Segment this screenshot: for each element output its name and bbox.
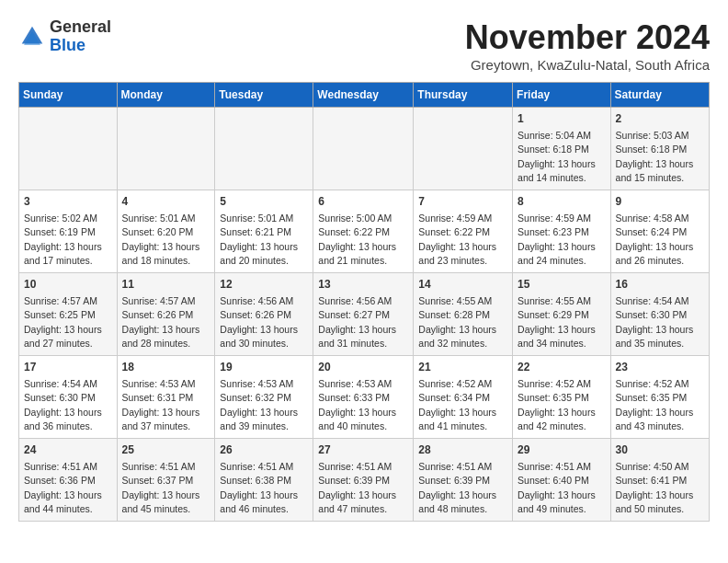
day-number: 6 <box>318 194 408 210</box>
calendar-cell: 26Sunrise: 4:51 AM Sunset: 6:38 PM Dayli… <box>215 439 313 522</box>
day-number: 4 <box>122 194 210 210</box>
day-number: 25 <box>122 442 210 458</box>
day-number: 15 <box>518 277 606 293</box>
header-day-tuesday: Tuesday <box>215 83 313 108</box>
calendar-cell: 1Sunrise: 5:04 AM Sunset: 6:18 PM Daylig… <box>513 108 611 190</box>
day-number: 3 <box>24 194 112 210</box>
calendar-table: SundayMondayTuesdayWednesdayThursdayFrid… <box>18 82 710 522</box>
day-info: Sunrise: 4:52 AM Sunset: 6:35 PM Dayligh… <box>616 378 694 431</box>
day-info: Sunrise: 4:57 AM Sunset: 6:26 PM Dayligh… <box>122 295 200 349</box>
day-number: 8 <box>518 194 606 210</box>
day-info: Sunrise: 4:53 AM Sunset: 6:32 PM Dayligh… <box>220 378 298 431</box>
calendar-cell: 27Sunrise: 4:51 AM Sunset: 6:39 PM Dayli… <box>313 439 414 522</box>
calendar-header-row: SundayMondayTuesdayWednesdayThursdayFrid… <box>19 83 710 108</box>
day-info: Sunrise: 4:55 AM Sunset: 6:29 PM Dayligh… <box>518 295 596 349</box>
calendar-cell: 3Sunrise: 5:02 AM Sunset: 6:19 PM Daylig… <box>19 190 118 273</box>
day-info: Sunrise: 5:03 AM Sunset: 6:18 PM Dayligh… <box>616 130 694 183</box>
calendar-week-row: 24Sunrise: 4:51 AM Sunset: 6:36 PM Dayli… <box>19 439 710 522</box>
calendar-cell: 15Sunrise: 4:55 AM Sunset: 6:29 PM Dayli… <box>513 273 611 356</box>
day-info: Sunrise: 4:51 AM Sunset: 6:37 PM Dayligh… <box>122 461 200 514</box>
day-number: 1 <box>518 111 606 127</box>
day-info: Sunrise: 4:52 AM Sunset: 6:35 PM Dayligh… <box>518 378 596 431</box>
day-info: Sunrise: 5:00 AM Sunset: 6:22 PM Dayligh… <box>318 213 396 266</box>
day-number: 20 <box>318 360 408 375</box>
day-number: 5 <box>220 194 308 210</box>
day-number: 23 <box>616 360 704 375</box>
calendar-cell: 18Sunrise: 4:53 AM Sunset: 6:31 PM Dayli… <box>117 356 215 439</box>
day-info: Sunrise: 4:59 AM Sunset: 6:22 PM Dayligh… <box>418 213 496 266</box>
day-number: 9 <box>616 194 704 210</box>
calendar-cell: 20Sunrise: 4:53 AM Sunset: 6:33 PM Dayli… <box>313 356 414 439</box>
day-info: Sunrise: 4:59 AM Sunset: 6:23 PM Dayligh… <box>518 213 596 266</box>
day-info: Sunrise: 4:57 AM Sunset: 6:25 PM Dayligh… <box>24 295 102 349</box>
day-number: 17 <box>24 360 112 375</box>
day-info: Sunrise: 5:04 AM Sunset: 6:18 PM Dayligh… <box>518 130 596 183</box>
calendar-cell: 24Sunrise: 4:51 AM Sunset: 6:36 PM Dayli… <box>19 439 118 522</box>
day-info: Sunrise: 4:56 AM Sunset: 6:27 PM Dayligh… <box>318 295 396 349</box>
calendar-cell <box>414 108 513 190</box>
day-number: 24 <box>24 442 112 458</box>
calendar-cell: 6Sunrise: 5:00 AM Sunset: 6:22 PM Daylig… <box>313 190 414 273</box>
header-day-saturday: Saturday <box>610 83 709 108</box>
calendar-cell: 16Sunrise: 4:54 AM Sunset: 6:30 PM Dayli… <box>610 273 709 356</box>
logo: General Blue <box>18 18 111 55</box>
calendar-cell: 11Sunrise: 4:57 AM Sunset: 6:26 PM Dayli… <box>117 273 215 356</box>
day-number: 22 <box>518 360 606 375</box>
calendar-cell: 22Sunrise: 4:52 AM Sunset: 6:35 PM Dayli… <box>513 356 611 439</box>
calendar-cell: 25Sunrise: 4:51 AM Sunset: 6:37 PM Dayli… <box>117 439 215 522</box>
calendar-week-row: 10Sunrise: 4:57 AM Sunset: 6:25 PM Dayli… <box>19 273 710 356</box>
day-number: 19 <box>220 360 308 375</box>
calendar-cell: 17Sunrise: 4:54 AM Sunset: 6:30 PM Dayli… <box>19 356 118 439</box>
day-number: 21 <box>418 360 507 375</box>
calendar-cell: 21Sunrise: 4:52 AM Sunset: 6:34 PM Dayli… <box>414 356 513 439</box>
day-info: Sunrise: 4:50 AM Sunset: 6:41 PM Dayligh… <box>616 461 694 514</box>
calendar-cell <box>117 108 215 190</box>
day-info: Sunrise: 5:01 AM Sunset: 6:20 PM Dayligh… <box>122 213 200 266</box>
day-number: 29 <box>518 442 606 458</box>
day-number: 14 <box>418 277 507 293</box>
header-day-monday: Monday <box>117 83 215 108</box>
day-info: Sunrise: 4:51 AM Sunset: 6:39 PM Dayligh… <box>318 461 396 514</box>
day-info: Sunrise: 5:01 AM Sunset: 6:21 PM Dayligh… <box>220 213 298 266</box>
day-number: 12 <box>220 277 308 293</box>
day-info: Sunrise: 4:53 AM Sunset: 6:33 PM Dayligh… <box>318 378 396 431</box>
day-info: Sunrise: 4:53 AM Sunset: 6:31 PM Dayligh… <box>122 378 200 431</box>
calendar-cell: 13Sunrise: 4:56 AM Sunset: 6:27 PM Dayli… <box>313 273 414 356</box>
calendar-cell: 29Sunrise: 4:51 AM Sunset: 6:40 PM Dayli… <box>513 439 611 522</box>
day-number: 11 <box>122 277 210 293</box>
calendar-cell: 12Sunrise: 4:56 AM Sunset: 6:26 PM Dayli… <box>215 273 313 356</box>
calendar-cell: 23Sunrise: 4:52 AM Sunset: 6:35 PM Dayli… <box>610 356 709 439</box>
header-day-friday: Friday <box>513 83 611 108</box>
calendar-cell: 14Sunrise: 4:55 AM Sunset: 6:28 PM Dayli… <box>414 273 513 356</box>
calendar-title: November 2024 <box>465 18 710 57</box>
title-section: November 2024 Greytown, KwaZulu-Natal, S… <box>465 18 710 73</box>
calendar-cell: 30Sunrise: 4:50 AM Sunset: 6:41 PM Dayli… <box>610 439 709 522</box>
header-day-wednesday: Wednesday <box>313 83 414 108</box>
day-info: Sunrise: 4:51 AM Sunset: 6:39 PM Dayligh… <box>418 461 496 514</box>
calendar-cell: 8Sunrise: 4:59 AM Sunset: 6:23 PM Daylig… <box>513 190 611 273</box>
day-number: 10 <box>24 277 112 293</box>
day-info: Sunrise: 4:58 AM Sunset: 6:24 PM Dayligh… <box>616 213 694 266</box>
calendar-cell: 5Sunrise: 5:01 AM Sunset: 6:21 PM Daylig… <box>215 190 313 273</box>
day-number: 30 <box>616 442 704 458</box>
calendar-cell: 28Sunrise: 4:51 AM Sunset: 6:39 PM Dayli… <box>414 439 513 522</box>
calendar-cell <box>19 108 118 190</box>
day-info: Sunrise: 4:54 AM Sunset: 6:30 PM Dayligh… <box>616 295 694 349</box>
day-number: 18 <box>122 360 210 375</box>
calendar-week-row: 3Sunrise: 5:02 AM Sunset: 6:19 PM Daylig… <box>19 190 710 273</box>
day-info: Sunrise: 5:02 AM Sunset: 6:19 PM Dayligh… <box>24 213 102 266</box>
day-info: Sunrise: 4:55 AM Sunset: 6:28 PM Dayligh… <box>418 295 496 349</box>
day-info: Sunrise: 4:54 AM Sunset: 6:30 PM Dayligh… <box>24 378 102 431</box>
day-number: 27 <box>318 442 408 458</box>
calendar-cell <box>313 108 414 190</box>
calendar-cell: 10Sunrise: 4:57 AM Sunset: 6:25 PM Dayli… <box>19 273 118 356</box>
calendar-cell: 2Sunrise: 5:03 AM Sunset: 6:18 PM Daylig… <box>610 108 709 190</box>
calendar-subtitle: Greytown, KwaZulu-Natal, South Africa <box>465 57 710 73</box>
calendar-cell: 4Sunrise: 5:01 AM Sunset: 6:20 PM Daylig… <box>117 190 215 273</box>
logo-general-text: General <box>50 17 111 36</box>
day-number: 7 <box>418 194 507 210</box>
calendar-cell <box>215 108 313 190</box>
day-number: 28 <box>418 442 507 458</box>
day-info: Sunrise: 4:52 AM Sunset: 6:34 PM Dayligh… <box>418 378 496 431</box>
header-day-sunday: Sunday <box>19 83 118 108</box>
